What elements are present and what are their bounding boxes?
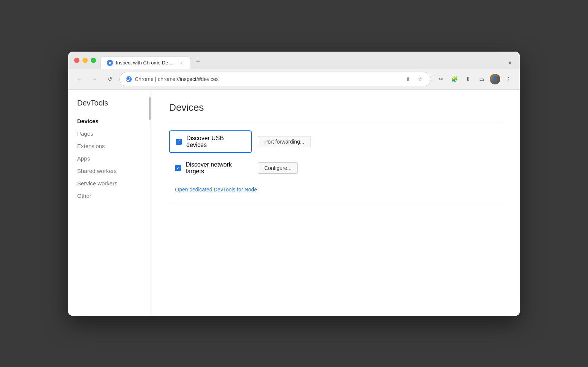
network-option-row: ✓ Discover network targets Configure...	[169, 161, 502, 176]
sidebar-item-pages[interactable]: Pages	[68, 127, 151, 140]
url-bar[interactable]: Chrome | chrome://inspect/#devices ⬆ ☆	[119, 72, 431, 86]
sidebar-item-shared-workers[interactable]: Shared workers	[68, 165, 151, 177]
tab-favicon	[107, 60, 113, 66]
toolbar-icons: ✂ 🧩 ⬇ ▭ 👤 ⋮	[436, 74, 514, 84]
back-button[interactable]: ←	[74, 74, 85, 84]
bookmark-icon[interactable]: ☆	[416, 75, 425, 84]
sidebar-nav: Devices Pages Extensions Apps Shared wor…	[68, 115, 151, 202]
usb-checkbox[interactable]: ✓	[176, 139, 182, 145]
extensions-icon[interactable]: 🧩	[449, 74, 460, 84]
profile-avatar[interactable]: 👤	[490, 74, 500, 84]
refresh-button[interactable]: ↺	[104, 74, 115, 84]
new-tab-button[interactable]: +	[192, 56, 204, 67]
network-checkbox-wrapper: ✓ Discover network targets	[169, 161, 252, 176]
tabs-row: Inspect with Chrome Develope... × + ∨	[101, 56, 514, 69]
url-actions: ⬆ ☆	[404, 75, 425, 84]
active-tab[interactable]: Inspect with Chrome Develope... ×	[101, 57, 191, 69]
url-path: inspect	[180, 76, 197, 82]
usb-checkbox-wrapper: ✓ Discover USB devices	[169, 130, 252, 153]
tab-close-button[interactable]: ×	[178, 60, 184, 66]
minimize-window-button[interactable]	[82, 58, 88, 63]
main-content: Devices ✓ Discover USB devices Port forw…	[151, 90, 520, 316]
sidebar-item-extensions[interactable]: Extensions	[68, 140, 151, 152]
sidebar-item-apps[interactable]: Apps	[68, 152, 151, 165]
port-forwarding-button[interactable]: Port forwarding...	[258, 136, 311, 147]
sidebar-item-devices[interactable]: Devices	[68, 115, 151, 127]
site-info-icon	[126, 76, 132, 82]
scissors-icon[interactable]: ✂	[436, 74, 446, 84]
sidebar-item-service-workers[interactable]: Service workers	[68, 177, 151, 190]
configure-button[interactable]: Configure...	[258, 162, 298, 174]
network-checkbox[interactable]: ✓	[175, 165, 181, 171]
forward-button[interactable]: →	[89, 74, 100, 84]
share-icon[interactable]: ⬆	[404, 75, 413, 84]
checkmark-icon: ✓	[177, 139, 181, 144]
avatar-image: 👤	[490, 74, 500, 84]
close-window-button[interactable]	[74, 58, 79, 63]
url-origin: Chrome | chrome://	[135, 76, 180, 82]
usb-option-row: ✓ Discover USB devices Port forwarding..…	[169, 130, 502, 153]
sidebar-item-other[interactable]: Other	[68, 190, 151, 202]
maximize-window-button[interactable]	[91, 58, 96, 63]
network-checkmark-icon: ✓	[177, 166, 180, 170]
tab-title: Inspect with Chrome Develope...	[116, 60, 175, 66]
browser-window: Inspect with Chrome Develope... × + ∨ ← …	[68, 52, 520, 316]
sidebar-toggle-icon[interactable]: ▭	[476, 74, 487, 84]
devtools-title: DevTools	[68, 99, 151, 115]
page-title: Devices	[169, 102, 502, 113]
download-icon[interactable]: ⬇	[463, 74, 473, 84]
network-checkbox-text: Discover network targets	[186, 161, 246, 175]
bottom-divider	[169, 202, 502, 202]
usb-checkbox-text: Discover USB devices	[186, 135, 245, 148]
url-text: Chrome | chrome://inspect/#devices	[135, 76, 219, 82]
top-divider	[169, 121, 502, 121]
url-fragment: /#devices	[197, 76, 219, 82]
traffic-lights	[74, 58, 96, 67]
sidebar: DevTools Devices Pages Extensions Apps S…	[68, 90, 151, 316]
node-devtools-link-row: Open dedicated DevTools for Node	[169, 183, 502, 196]
more-menu-icon[interactable]: ⋮	[503, 74, 514, 84]
page-content: DevTools Devices Pages Extensions Apps S…	[68, 90, 520, 316]
usb-checkbox-label[interactable]: ✓ Discover USB devices	[169, 130, 252, 153]
scroll-indicator	[149, 97, 151, 120]
node-devtools-link[interactable]: Open dedicated DevTools for Node	[175, 187, 257, 193]
title-bar: Inspect with Chrome Develope... × + ∨	[68, 52, 520, 69]
tab-overflow-button[interactable]: ∨	[506, 57, 514, 67]
address-bar: ← → ↺ Chrome | chrome://inspect/#devices…	[68, 69, 520, 90]
